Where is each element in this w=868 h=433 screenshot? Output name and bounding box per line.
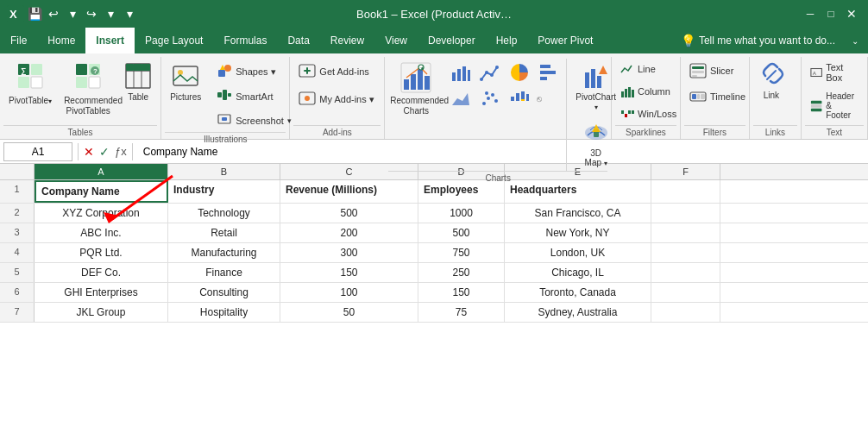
get-addins-button[interactable]: Get Add-ins xyxy=(293,59,381,85)
other-chart-button[interactable] xyxy=(506,86,533,110)
cell-e7[interactable]: Sydney, Australia xyxy=(505,303,651,322)
menu-data[interactable]: Data xyxy=(277,28,319,53)
cell-a7[interactable]: JKL Group xyxy=(35,303,168,322)
cell-e2[interactable]: San Francisco, CA xyxy=(505,204,651,223)
ribbon-minimize-button[interactable]: ⌄ xyxy=(846,31,865,50)
recommended-pivottables-button[interactable]: ? Recommended PivotTables xyxy=(59,59,117,120)
addins-group: Get Add-ins My Add-ins ▾ xyxy=(290,57,385,139)
cell-f7[interactable] xyxy=(651,303,720,322)
my-addins-button[interactable]: My Add-ins ▾ xyxy=(293,86,381,112)
cell-f2[interactable] xyxy=(651,204,720,223)
cell-b6[interactable]: Consulting xyxy=(168,283,280,302)
menu-page-layout[interactable]: Page Layout xyxy=(135,28,213,53)
menu-developer[interactable]: Developer xyxy=(418,28,486,53)
menu-help[interactable]: Help xyxy=(486,28,528,53)
cell-c5[interactable]: 150 xyxy=(280,263,418,282)
bar-chart-button[interactable] xyxy=(535,60,563,85)
cell-a3[interactable]: ABC Inc. xyxy=(35,223,168,242)
pictures-button[interactable]: Pictures xyxy=(165,59,206,105)
cell-d7[interactable]: 75 xyxy=(418,303,505,322)
cell-f1[interactable] xyxy=(651,180,720,203)
cell-e4[interactable]: London, UK xyxy=(505,243,651,262)
cell-c4[interactable]: 300 xyxy=(280,243,418,262)
smartart-button[interactable]: SmartArt xyxy=(211,85,297,108)
cell-b7[interactable]: Hospitality xyxy=(168,303,280,322)
charts-expand-button[interactable]: ⎋ xyxy=(535,91,544,107)
cell-e6[interactable]: Toronto, Canada xyxy=(505,283,651,302)
pivottable-button[interactable]: ∑ PivotTable▾ xyxy=(3,59,57,110)
cell-c3[interactable]: 200 xyxy=(280,223,418,242)
col-header-f[interactable]: F xyxy=(651,164,720,179)
timeline-button[interactable]: Timeline xyxy=(684,85,751,109)
row-num-7: 7 xyxy=(0,303,35,322)
pie-chart-button[interactable] xyxy=(506,60,533,85)
winloss-sparkline-button[interactable]: Win/Loss xyxy=(615,104,682,124)
column-sparkline-button[interactable]: Column xyxy=(615,81,676,102)
cell-d2[interactable]: 1000 xyxy=(418,204,505,223)
col-header-a[interactable]: A xyxy=(35,164,168,179)
tell-me-bar[interactable]: 💡 Tell me what you want to do... xyxy=(674,28,842,53)
cell-d4[interactable]: 750 xyxy=(418,243,505,262)
cell-b2[interactable]: Technology xyxy=(168,204,280,223)
shapes-button[interactable]: Shapes ▾ xyxy=(211,60,297,84)
menu-insert[interactable]: Insert xyxy=(85,28,135,53)
table-button[interactable]: Table xyxy=(119,59,157,105)
cell-a1[interactable]: Company Name xyxy=(35,180,168,203)
minimize-button[interactable]: ─ xyxy=(801,4,820,23)
line-sparkline-button[interactable]: Line xyxy=(615,59,661,79)
cell-b5[interactable]: Finance xyxy=(168,263,280,282)
cell-c6[interactable]: 100 xyxy=(280,283,418,302)
header-footer-icon xyxy=(810,99,822,113)
menu-formulas[interactable]: Formulas xyxy=(213,28,277,53)
cell-c2[interactable]: 500 xyxy=(280,204,418,223)
col-header-b[interactable]: B xyxy=(168,164,280,179)
insert-function-icon[interactable]: ƒx xyxy=(115,145,127,158)
redo-icon[interactable]: ↪ xyxy=(83,5,100,22)
text-box-button[interactable]: A Text Box xyxy=(805,59,864,86)
cell-d5[interactable]: 250 xyxy=(418,263,505,282)
svg-text:?: ? xyxy=(93,67,97,75)
cell-reference-input[interactable]: A1 xyxy=(3,142,72,161)
menu-review[interactable]: Review xyxy=(320,28,374,53)
hyperlink-button[interactable]: Link xyxy=(753,59,789,104)
cell-a6[interactable]: GHI Enterprises xyxy=(35,283,168,302)
cell-b1[interactable]: Industry xyxy=(168,180,280,203)
cell-f5[interactable] xyxy=(651,263,720,282)
cell-c7[interactable]: 50 xyxy=(280,303,418,322)
cell-f3[interactable] xyxy=(651,223,720,242)
header-footer-button[interactable]: Header &Footer xyxy=(805,88,864,123)
menu-home[interactable]: Home xyxy=(37,28,85,53)
cell-a2[interactable]: XYZ Corporation xyxy=(35,204,168,223)
cell-d6[interactable]: 150 xyxy=(418,283,505,302)
redo-dropdown-icon[interactable]: ▾ xyxy=(102,5,119,22)
cell-b3[interactable]: Retail xyxy=(168,223,280,242)
column-chart-button[interactable] xyxy=(447,60,475,85)
restore-button[interactable]: □ xyxy=(821,4,840,23)
cell-e5[interactable]: Chicago, IL xyxy=(505,263,651,282)
enter-formula-icon[interactable]: ✓ xyxy=(99,145,110,159)
undo-icon[interactable]: ↩ xyxy=(45,5,62,22)
cell-f4[interactable] xyxy=(651,243,720,262)
menu-file[interactable]: File xyxy=(0,28,37,53)
menu-view[interactable]: View xyxy=(374,28,418,53)
save-icon[interactable]: 💾 xyxy=(26,5,43,22)
slicer-button[interactable]: Slicer xyxy=(684,59,739,83)
undo-dropdown-icon[interactable]: ▾ xyxy=(64,5,81,22)
cell-f6[interactable] xyxy=(651,283,720,302)
screenshot-button[interactable]: Screenshot ▾ xyxy=(211,109,297,132)
customize-qat-icon[interactable]: ▾ xyxy=(121,5,138,22)
cell-d3[interactable]: 500 xyxy=(418,223,505,242)
line-chart-button[interactable] xyxy=(476,60,504,85)
pictures-icon xyxy=(172,62,199,92)
area-chart-button[interactable] xyxy=(447,86,475,110)
cell-b4[interactable]: Manufacturing xyxy=(168,243,280,262)
cancel-formula-icon[interactable]: ✕ xyxy=(84,145,94,159)
cell-e3[interactable]: New York, NY xyxy=(505,223,651,242)
cell-a4[interactable]: PQR Ltd. xyxy=(35,243,168,262)
close-button[interactable]: ✕ xyxy=(842,4,861,23)
recommended-charts-button[interactable]: ★ Recommended Charts xyxy=(388,59,443,120)
svg-point-51 xyxy=(482,102,486,105)
cell-a5[interactable]: DEF Co. xyxy=(35,263,168,282)
scatter-chart-button[interactable] xyxy=(476,86,504,110)
menu-power-pivot[interactable]: Power Pivot xyxy=(527,28,603,53)
